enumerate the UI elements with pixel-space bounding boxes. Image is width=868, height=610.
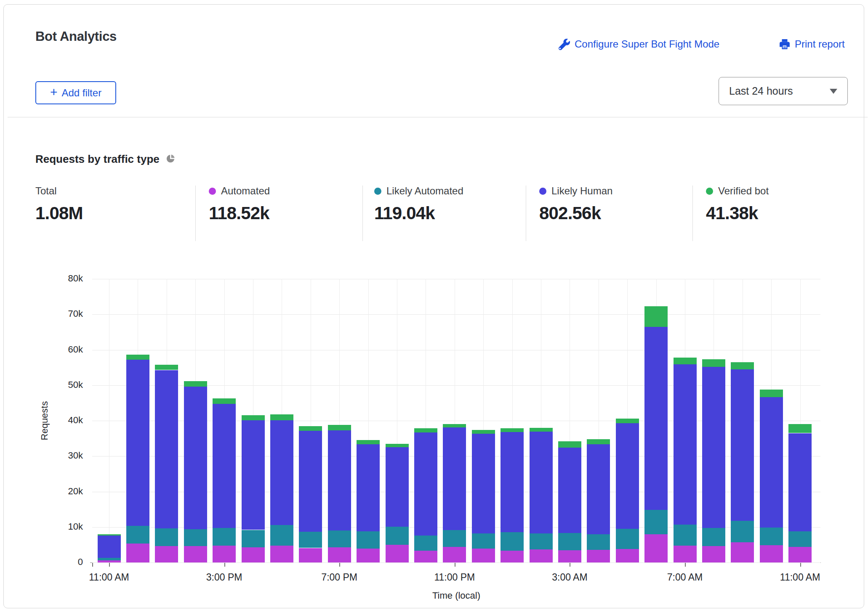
bar-segment-verified-bot	[155, 365, 178, 370]
grid-line-vertical	[714, 279, 714, 562]
bar-segment-likely-human	[357, 444, 380, 531]
bar-segment-verified-bot	[126, 355, 149, 360]
bar-segment-automated	[184, 546, 207, 562]
grid-line-vertical	[368, 279, 369, 562]
bar-segment-likely-automated	[213, 528, 236, 546]
bar-segment-verified-bot	[644, 306, 668, 327]
grid-line-horizontal	[92, 562, 820, 563]
bar-segment-automated	[98, 560, 121, 562]
bar-segment-likely-human	[587, 444, 610, 534]
bar-segment-automated	[674, 546, 697, 562]
x-axis-tick-label: 11:00 AM	[89, 572, 129, 583]
bar-segment-automated	[126, 544, 149, 562]
bar-segment-verified-bot	[184, 381, 207, 387]
bar-segment-likely-human	[414, 432, 437, 536]
bar-segment-verified-bot	[788, 424, 812, 433]
bar-segment-likely-automated	[98, 558, 121, 560]
bar-segment-likely-automated	[644, 510, 668, 534]
stat-likely-automated[interactable]: Likely Automated 119.04k	[374, 185, 526, 223]
configure-link-label: Configure Super Bot Fight Mode	[575, 38, 719, 50]
grid-line-horizontal	[92, 421, 820, 421]
bar-segment-verified-bot	[616, 419, 639, 423]
grid-line-vertical	[167, 279, 167, 562]
grid-line-horizontal	[92, 350, 820, 350]
bar-segment-likely-automated	[472, 533, 495, 549]
bar-segment-likely-human	[386, 447, 409, 527]
y-axis-tick-label: 60k	[68, 344, 83, 355]
bar-segment-likely-human	[530, 432, 553, 533]
grid-line-vertical	[541, 279, 541, 562]
page-title: Bot Analytics	[35, 29, 117, 44]
bar-segment-automated	[443, 547, 466, 562]
add-filter-button[interactable]: + Add filter	[35, 81, 116, 104]
bar-segment-likely-automated	[501, 532, 524, 551]
bar-segment-likely-automated	[242, 530, 265, 547]
bar-segment-automated	[472, 549, 495, 562]
bar-segment-likely-human	[674, 364, 697, 525]
bar-segment-likely-automated	[299, 532, 322, 548]
bar-segment-verified-bot	[414, 428, 437, 432]
grid-line-vertical	[771, 279, 772, 562]
bar-segment-likely-human	[616, 423, 639, 529]
chevron-down-icon	[830, 89, 837, 94]
bar-segment-automated	[213, 546, 236, 562]
print-report-link[interactable]: Print report	[779, 38, 845, 50]
stat-value: 802.56k	[539, 203, 691, 223]
stat-value: 118.52k	[209, 203, 360, 223]
stat-likely-human[interactable]: Likely Human 802.56k	[539, 185, 691, 223]
add-filter-label: Add filter	[61, 87, 101, 99]
bar-segment-likely-human	[501, 432, 524, 532]
stat-label: Likely Human	[551, 185, 612, 197]
bar-segment-automated	[270, 546, 293, 562]
grid-line-vertical	[138, 279, 138, 562]
bar-segment-verified-bot	[674, 358, 697, 364]
y-axis-tick-label: 80k	[68, 273, 83, 284]
bar-segment-automated	[587, 550, 610, 562]
bar-segment-verified-bot	[328, 425, 351, 430]
x-axis-origin-tick	[92, 563, 93, 567]
bar-segment-automated	[558, 550, 581, 562]
x-axis-tick-label: 11:00 AM	[780, 572, 820, 583]
y-axis-tick-label: 10k	[68, 521, 83, 532]
bar-segment-verified-bot	[443, 424, 466, 427]
stat-automated[interactable]: Automated 118.52k	[209, 185, 360, 223]
verified-bot-dot-icon	[706, 188, 713, 195]
bar-segment-likely-automated	[270, 525, 293, 546]
bar-segment-likely-human	[242, 420, 265, 530]
grid-line-vertical	[599, 279, 599, 562]
stat-label: Automated	[221, 185, 270, 197]
bar-segment-automated	[328, 547, 351, 562]
bar-segment-verified-bot	[702, 359, 725, 367]
y-axis-tick-label: 50k	[68, 379, 83, 390]
grid-line-horizontal	[92, 456, 820, 456]
bar-segment-automated	[242, 547, 265, 562]
section-heading: Requests by traffic type	[35, 153, 160, 166]
stat-value: 1.08M	[35, 203, 187, 223]
configure-super-bot-fight-mode-link[interactable]: Configure Super Bot Fight Mode	[559, 38, 719, 50]
bar-segment-automated	[702, 546, 725, 562]
bar-segment-verified-bot	[530, 428, 553, 432]
x-axis-tick-label: 3:00 PM	[206, 572, 242, 583]
bar-segment-verified-bot	[587, 439, 610, 445]
bar-segment-likely-automated	[184, 529, 207, 546]
time-range-select[interactable]: Last 24 hours	[719, 77, 848, 105]
likely-human-dot-icon	[539, 188, 546, 195]
grid-line-vertical	[455, 279, 455, 562]
bar-segment-likely-automated	[558, 533, 581, 550]
grid-line-horizontal	[92, 314, 820, 315]
stat-label: Verified bot	[718, 185, 769, 197]
bar-segment-likely-human	[328, 430, 351, 530]
bar-segment-verified-bot	[731, 362, 754, 369]
bar-segment-likely-automated	[587, 534, 610, 550]
bar-segment-automated	[501, 551, 524, 562]
x-axis-tick	[109, 563, 110, 567]
bar-segment-likely-automated	[126, 526, 149, 544]
stat-divider	[362, 186, 363, 241]
bar-segment-automated	[760, 545, 783, 562]
stat-verified-bot[interactable]: Verified bot 41.38k	[706, 185, 857, 223]
grid-line-vertical	[282, 279, 282, 562]
print-link-label: Print report	[795, 38, 845, 50]
printer-icon	[779, 39, 790, 50]
bar-segment-verified-bot	[558, 441, 581, 448]
bar-segment-likely-automated	[760, 528, 783, 545]
